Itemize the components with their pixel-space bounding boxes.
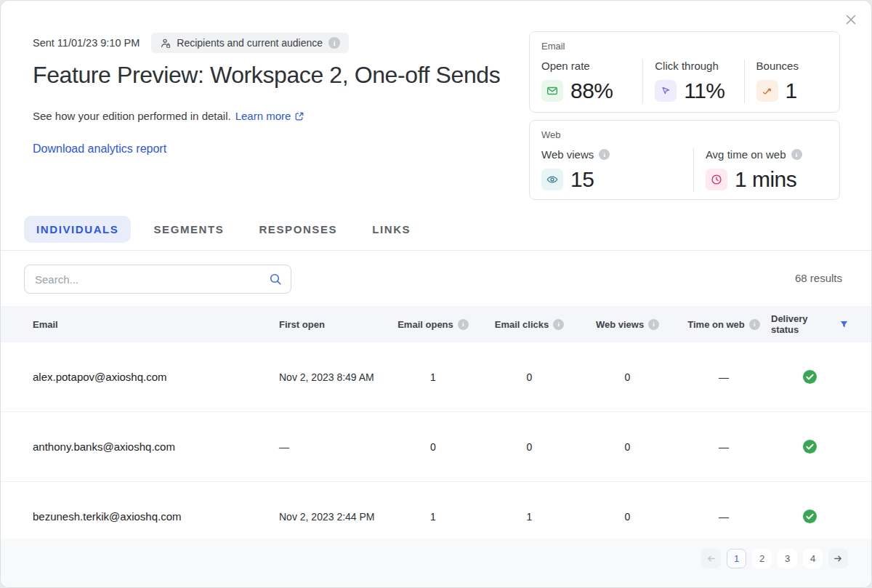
clock-icon <box>706 169 727 190</box>
tab-bar: INDIVIDUALS SEGMENTS RESPONSES LINKS <box>24 216 423 243</box>
web-views-metric: Web views i 15 <box>541 148 693 192</box>
table-footer: 1 2 3 4 <box>1 539 871 587</box>
column-header-web-views: Web viewsi <box>578 319 677 330</box>
web-views-info-icon[interactable]: i <box>599 149 610 160</box>
bounces-value: 1 <box>786 78 797 103</box>
row-time-on-web: — <box>677 371 771 383</box>
email-card-label: Email <box>541 41 828 52</box>
filter-icon[interactable] <box>840 321 848 329</box>
tab-segments[interactable]: SEGMENTS <box>141 216 236 243</box>
tab-responses[interactable]: RESPONSES <box>246 216 350 243</box>
email-stats-card: Email Open rate 88% Click through 11% <box>529 31 840 113</box>
bounce-arrow-icon <box>756 80 778 102</box>
row-web-views: 0 <box>578 441 677 453</box>
row-first-open: — <box>279 441 386 453</box>
page-title: Feature Preview: Workspace 2, One-off Se… <box>33 62 500 89</box>
delivered-check-icon <box>771 439 848 454</box>
column-header-delivery-status: Delivery status <box>771 313 848 335</box>
tab-individuals[interactable]: INDIVIDUALS <box>24 216 131 243</box>
tab-links[interactable]: LINKS <box>360 216 423 243</box>
open-rate-value: 88% <box>570 78 613 103</box>
eye-icon <box>541 169 563 190</box>
table-row[interactable]: anthony.banks@axioshq.com — 0 0 0 — <box>1 412 871 482</box>
row-email: anthony.banks@axioshq.com <box>33 440 279 453</box>
pagination-prev-icon[interactable] <box>701 549 721 568</box>
pagination-page-4[interactable]: 4 <box>803 549 823 568</box>
email-clicks-info-icon[interactable]: i <box>553 319 564 330</box>
external-link-icon <box>294 111 304 121</box>
web-views-value: 15 <box>570 167 594 192</box>
row-email-opens: 0 <box>386 441 480 453</box>
web-card-label: Web <box>541 129 828 140</box>
person-lock-icon <box>160 38 171 49</box>
subtitle-row: See how your edition performed in detail… <box>33 110 304 122</box>
sent-timestamp: Sent 11/01/23 9:10 PM <box>33 37 140 49</box>
email-opens-info-icon[interactable]: i <box>458 319 469 330</box>
delivered-check-icon <box>771 509 848 524</box>
audience-chip[interactable]: Recipients and current audience i <box>151 33 349 53</box>
individuals-table: Email First open Email opensi Email clic… <box>1 306 871 552</box>
open-rate-label: Open rate <box>541 60 632 72</box>
row-email-clicks: 0 <box>480 371 578 383</box>
pagination: 1 2 3 4 <box>701 549 848 568</box>
column-header-time-on-web: Time on webi <box>677 319 771 330</box>
row-email-clicks: 1 <box>480 511 578 523</box>
row-email-opens: 1 <box>386 371 480 383</box>
analytics-modal: Sent 11/01/23 9:10 PM Recipients and cur… <box>0 0 872 588</box>
pagination-next-icon[interactable] <box>828 549 848 568</box>
click-through-value: 11% <box>684 78 724 103</box>
bounces-metric: Bounces 1 <box>744 60 828 103</box>
column-header-first-open: First open <box>279 319 386 330</box>
envelope-icon <box>541 80 563 102</box>
search-icon[interactable] <box>268 272 283 289</box>
audience-info-icon[interactable]: i <box>328 37 340 49</box>
bounces-label: Bounces <box>756 60 818 72</box>
search-box <box>24 265 291 294</box>
results-count: 68 results <box>795 272 842 284</box>
row-time-on-web: — <box>677 441 771 453</box>
table-row[interactable]: alex.potapov@axioshq.com Nov 2, 2023 8:4… <box>1 342 871 412</box>
pagination-page-3[interactable]: 3 <box>778 549 797 568</box>
row-web-views: 0 <box>578 371 677 383</box>
search-input[interactable] <box>24 265 291 294</box>
column-header-email: Email <box>33 319 279 330</box>
audience-chip-label: Recipients and current audience <box>177 37 323 49</box>
avg-time-metric: Avg time on web i 1 mins <box>693 148 828 192</box>
row-first-open: Nov 2, 2023 2:44 PM <box>279 511 386 523</box>
row-web-views: 0 <box>578 511 677 523</box>
table-header: Email First open Email opensi Email clic… <box>1 306 871 342</box>
web-views-label: Web views <box>541 148 594 161</box>
web-stats-card: Web Web views i 15 Avg time on web i <box>529 120 840 200</box>
click-through-label: Click through <box>655 60 733 72</box>
cursor-icon <box>655 80 677 102</box>
tabs-divider <box>1 250 871 251</box>
column-header-email-opens: Email opensi <box>386 319 480 330</box>
sent-info-row: Sent 11/01/23 9:10 PM Recipients and cur… <box>33 33 349 53</box>
row-first-open: Nov 2, 2023 8:49 AM <box>279 371 386 383</box>
learn-more-link[interactable]: Learn more <box>235 110 305 122</box>
row-time-on-web: — <box>677 511 771 523</box>
delivered-check-icon <box>771 369 848 384</box>
download-report-link[interactable]: Download analytics report <box>33 142 166 156</box>
row-email-opens: 1 <box>386 511 480 523</box>
row-email-clicks: 0 <box>480 441 578 453</box>
close-icon[interactable] <box>841 9 861 30</box>
column-header-email-clicks: Email clicksi <box>480 319 578 330</box>
pagination-page-2[interactable]: 2 <box>752 549 772 568</box>
pagination-page-1[interactable]: 1 <box>727 549 746 568</box>
subtitle-text: See how your edition performed in detail… <box>33 110 231 122</box>
avg-time-value: 1 mins <box>735 167 796 192</box>
avg-time-label: Avg time on web <box>706 148 786 161</box>
open-rate-metric: Open rate 88% <box>541 60 642 103</box>
time-on-web-info-icon[interactable]: i <box>749 319 760 330</box>
learn-more-label: Learn more <box>235 110 291 122</box>
row-email: bezunesh.terkik@axioshq.com <box>33 510 279 523</box>
row-email: alex.potapov@axioshq.com <box>33 371 279 383</box>
click-through-metric: Click through 11% <box>642 60 743 103</box>
web-views-col-info-icon[interactable]: i <box>648 319 659 330</box>
avg-time-info-icon[interactable]: i <box>791 149 802 160</box>
